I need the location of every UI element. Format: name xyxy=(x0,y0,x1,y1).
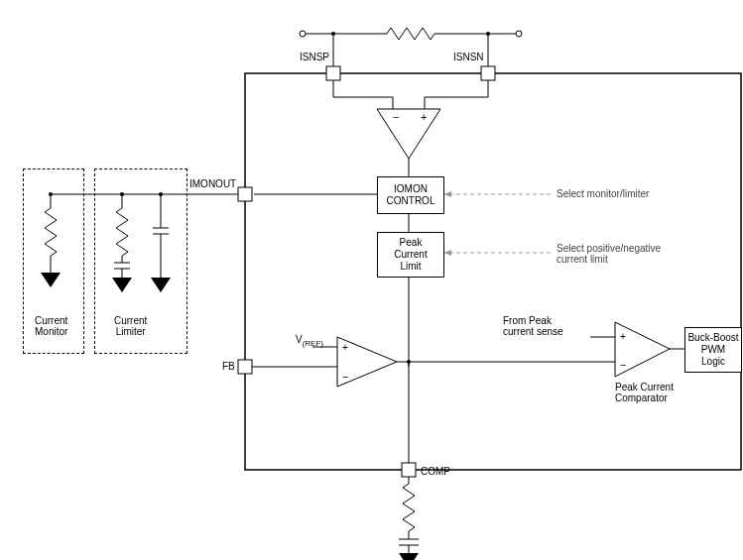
vref-label: V(REF) xyxy=(296,334,323,348)
isnsp-label: ISNSP xyxy=(300,52,329,62)
select-monitor-label: Select monitor/limiter xyxy=(557,188,649,199)
isnsn-label: ISNSN xyxy=(453,52,484,62)
peak-comparator-label: Peak Current Comparator xyxy=(615,382,674,403)
svg-rect-41 xyxy=(238,360,252,374)
peak-current-limit-block: Peak Current Limit xyxy=(377,232,444,278)
svg-rect-55 xyxy=(402,463,416,477)
current-limiter-label: Current Limiter xyxy=(114,315,147,337)
svg-text:−: − xyxy=(393,111,399,123)
svg-text:−: − xyxy=(620,359,626,371)
select-polarity-label: Select positive/negative current limit xyxy=(557,243,661,265)
svg-rect-11 xyxy=(326,66,340,80)
svg-rect-10 xyxy=(245,73,741,470)
comp-label: COMP xyxy=(421,466,450,477)
iomon-control-block: IOMON CONTROL xyxy=(377,176,444,214)
svg-text:+: + xyxy=(421,111,427,123)
current-monitor-label: Current Monitor xyxy=(35,315,67,337)
svg-text:−: − xyxy=(342,371,348,383)
buck-boost-block: Buck-Boost PWM Logic xyxy=(684,327,742,373)
from-peak-label: From Peak current sense xyxy=(503,315,563,337)
svg-text:+: + xyxy=(342,342,348,353)
svg-text:+: + xyxy=(620,331,626,342)
fb-label: FB xyxy=(222,361,235,372)
svg-rect-12 xyxy=(481,66,495,80)
svg-rect-23 xyxy=(238,187,252,201)
svg-point-0 xyxy=(300,31,306,37)
imonout-label: IMONOUT xyxy=(189,178,236,189)
svg-point-9 xyxy=(516,31,522,37)
